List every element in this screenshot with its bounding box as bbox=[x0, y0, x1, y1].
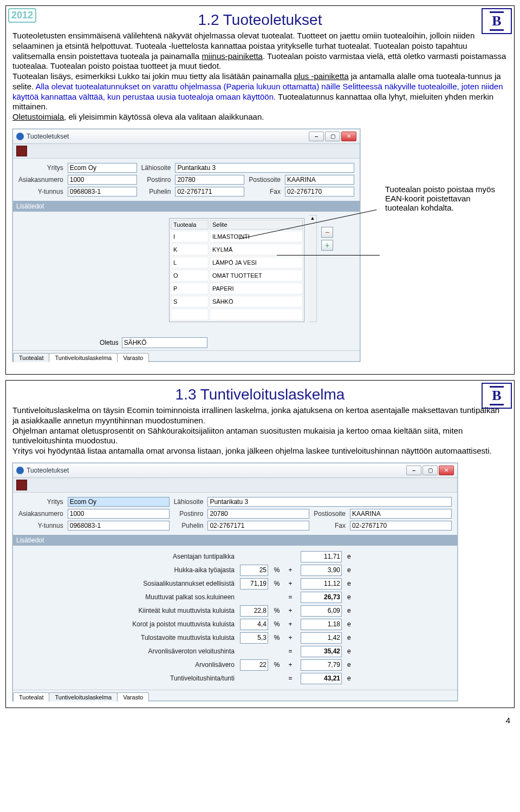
val-input[interactable] bbox=[301, 673, 342, 684]
minimize-button[interactable]: ‒ bbox=[309, 132, 324, 141]
maximize-button[interactable]: ▢ bbox=[325, 132, 340, 141]
tuoteala-table: Tuoteala Selite IILMASTOINTIKKYLMÄLLÄMPÖ… bbox=[169, 218, 304, 322]
tabs-bottom-2: Tuotealat Tuntiveloituslaskelma Varasto bbox=[13, 690, 457, 700]
pct-input[interactable] bbox=[240, 578, 268, 590]
tab-varasto-2[interactable]: Varasto bbox=[117, 692, 149, 702]
input-fax[interactable] bbox=[285, 187, 354, 197]
slide2-body: Tuntiveloituslaskelma on täysin Ecomin t… bbox=[12, 405, 508, 456]
window-tuoteoletukset-2: Tuoteoletukset ‒ ▢ ✕ Yritys Lähiosoite A… bbox=[12, 463, 458, 701]
input-yritys[interactable] bbox=[68, 163, 137, 173]
input-postiosoite-2[interactable] bbox=[350, 509, 452, 519]
label-lahiosoite: Lähiosoite bbox=[141, 164, 171, 172]
val-input[interactable] bbox=[301, 578, 342, 590]
input-lahiosoite-2[interactable] bbox=[207, 497, 452, 507]
close-button[interactable]: ✕ bbox=[341, 132, 356, 141]
label-asiakasnumero: Asiakasnumero bbox=[18, 176, 63, 184]
input-puhelin[interactable] bbox=[175, 187, 244, 197]
label-ytunnus: Y-tunnus bbox=[38, 188, 63, 195]
calc-row: Korot ja poistot muuttuvista kuluista%+e bbox=[113, 618, 358, 631]
tab-tuotealat[interactable]: Tuotealat bbox=[13, 353, 49, 362]
page-number: 4 bbox=[0, 713, 520, 730]
slide-tuntiveloituslaskelma: B 1.3 Tuntiveloituslaskelma Tuntiveloitu… bbox=[5, 380, 515, 708]
val-input[interactable] bbox=[301, 632, 342, 644]
calc-row: Asentajan tuntipalkkae bbox=[113, 550, 358, 564]
input-fax-2[interactable] bbox=[350, 521, 452, 531]
section-lisatiedot: Lisätiedot bbox=[13, 201, 360, 212]
label-fax-2: Fax bbox=[335, 522, 346, 529]
label-puhelin-2: Puhelin bbox=[181, 522, 203, 529]
slide2-title: 1.3 Tuntiveloituslaskelma bbox=[12, 386, 508, 403]
scroll-up-icon[interactable]: ▲ bbox=[309, 215, 316, 221]
val-input[interactable] bbox=[301, 659, 342, 671]
callout-ean: Tuotealan poisto poistaa myös EAN-koorit… bbox=[385, 185, 499, 212]
company-form: Yritys Lähiosoite Asiakasnumero Postinro… bbox=[13, 159, 360, 201]
app-icon bbox=[16, 133, 24, 140]
tab-tuntiveloituslaskelma-2[interactable]: Tuntiveloituslaskelma bbox=[49, 692, 118, 702]
input-postinro[interactable] bbox=[175, 175, 244, 185]
window-title-2: Tuoteoletukset bbox=[27, 467, 69, 474]
input-lahiosoite[interactable] bbox=[175, 163, 354, 173]
tab-varasto[interactable]: Varasto bbox=[117, 353, 149, 362]
minus-button[interactable]: − bbox=[321, 227, 333, 238]
label-lahiosoite-2: Lähiosoite bbox=[174, 498, 204, 506]
val-input[interactable] bbox=[301, 592, 342, 603]
input-asiakasnumero[interactable] bbox=[68, 175, 137, 185]
label-yritys-2: Yritys bbox=[47, 498, 63, 506]
tabs-bottom-1: Tuotealat Tuntiveloituslaskelma Varasto bbox=[13, 350, 360, 361]
input-ytunnus-2[interactable] bbox=[68, 521, 170, 531]
tab-tuntiveloituslaskelma[interactable]: Tuntiveloituslaskelma bbox=[49, 353, 118, 362]
calc-row: Sosiaalikustannukset edellisistä%+e bbox=[113, 577, 358, 591]
maximize-button-2[interactable]: ▢ bbox=[422, 466, 438, 475]
b-badge: B bbox=[482, 8, 512, 34]
label-puhelin: Puhelin bbox=[149, 188, 171, 195]
table-row[interactable]: SSÄHKÖ bbox=[171, 296, 303, 307]
val-input[interactable] bbox=[301, 605, 342, 617]
company-form-2: Yritys Lähiosoite Asiakasnumero Postinro… bbox=[13, 493, 457, 535]
calc-row: Arvonlisävero%+e bbox=[113, 658, 358, 672]
input-ytunnus[interactable] bbox=[68, 187, 137, 197]
section-lisatiedot-2: Lisätiedot bbox=[13, 535, 457, 546]
app-icon-2 bbox=[16, 467, 24, 474]
pct-input[interactable] bbox=[240, 659, 268, 671]
val-input[interactable] bbox=[301, 551, 342, 562]
calc-table: Asentajan tuntipalkkaeHukka-aika työajas… bbox=[113, 550, 358, 685]
plus-button[interactable]: + bbox=[321, 240, 333, 251]
window-tuoteoletukset-1: Tuoteoletukset ‒ ▢ ✕ Yritys Lähiosoite A… bbox=[12, 129, 360, 362]
slide-tuoteoletukset: 2012 B 1.2 Tuoteoletukset Tuoteoletusten… bbox=[5, 5, 515, 375]
input-puhelin-2[interactable] bbox=[207, 521, 309, 531]
val-input[interactable] bbox=[301, 619, 342, 630]
calc-row: Kiinteät kulut muuttuvista kuluista%+e bbox=[113, 604, 358, 618]
label-asiakasnumero-2: Asiakasnumero bbox=[18, 510, 63, 518]
close-button-2[interactable]: ✕ bbox=[439, 466, 454, 475]
label-yritys: Yritys bbox=[47, 164, 63, 172]
minimize-button-2[interactable]: ‒ bbox=[406, 466, 421, 475]
table-row[interactable]: OOMAT TUOTTEET bbox=[171, 270, 303, 281]
input-postinro-2[interactable] bbox=[207, 509, 309, 519]
tab-tuotealat-2[interactable]: Tuotealat bbox=[13, 692, 49, 702]
calc-row: Hukka-aika työajasta%+e bbox=[113, 564, 358, 577]
th-tuoteala[interactable]: Tuoteala bbox=[171, 220, 209, 230]
toolbar-button-2[interactable] bbox=[16, 480, 27, 490]
input-asiakasnumero-2[interactable] bbox=[68, 509, 170, 519]
table-row[interactable]: IILMASTOINTI bbox=[171, 231, 303, 243]
pct-input[interactable] bbox=[240, 632, 268, 644]
label-ytunnus-2: Y-tunnus bbox=[38, 522, 63, 529]
val-input[interactable] bbox=[301, 565, 342, 576]
label-fax: Fax bbox=[270, 188, 281, 195]
window-title: Tuoteoletukset bbox=[27, 133, 69, 140]
pct-input[interactable] bbox=[240, 619, 268, 630]
toolbar-button[interactable] bbox=[16, 146, 27, 156]
label-postiosoite: Postiosoite bbox=[249, 176, 281, 184]
table-row[interactable]: LLÄMPÖ JA VESI bbox=[171, 257, 303, 269]
table-row[interactable]: PPAPERI bbox=[171, 283, 303, 294]
pct-input[interactable] bbox=[240, 565, 268, 576]
calc-row: Tuntiveloitushinta/tunti=e bbox=[113, 672, 358, 685]
input-postiosoite[interactable] bbox=[285, 175, 354, 185]
input-oletus[interactable] bbox=[122, 337, 207, 348]
b-badge-2: B bbox=[482, 383, 512, 409]
input-yritys-2[interactable] bbox=[68, 497, 170, 507]
pct-input[interactable] bbox=[240, 605, 268, 617]
year-badge: 2012 bbox=[8, 8, 36, 23]
val-input[interactable] bbox=[301, 646, 342, 657]
table-row[interactable]: KKYLMÄ bbox=[171, 244, 303, 256]
